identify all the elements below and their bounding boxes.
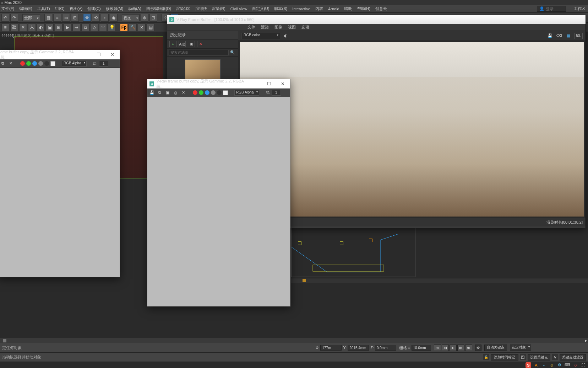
time-marker[interactable]	[303, 279, 306, 282]
copy1-max-btn[interactable]: ☐	[93, 52, 104, 57]
menu-create[interactable]: 创建(C)	[87, 6, 100, 11]
copy1-alpha-dd[interactable]: RGB Alpha	[62, 61, 87, 66]
tray-kb-icon[interactable]: ⌨	[565, 362, 570, 368]
menu-view[interactable]: 视图(V)	[70, 6, 83, 11]
tray-smile-icon[interactable]: ☺	[549, 362, 555, 368]
menu-tools[interactable]: 工具(T)	[37, 6, 50, 11]
move-btn[interactable]: ✥	[83, 14, 91, 22]
filter-dropdown[interactable]: 全部	[22, 14, 40, 21]
copy1-dup-icon[interactable]: ⧉	[0, 61, 6, 66]
play-btn[interactable]: ▶	[450, 345, 457, 351]
vfb-menu-view[interactable]: 视图	[288, 25, 296, 30]
hist-save-btn[interactable]: ▣	[188, 41, 195, 47]
path-btn[interactable]: 〰	[99, 23, 107, 31]
filter-icon[interactable]: ⚲	[552, 354, 558, 360]
channel-dropdown[interactable]: RGB color	[241, 33, 280, 39]
menu-render[interactable]: 渲染(R)	[212, 6, 225, 11]
select-btn[interactable]: ▦	[44, 14, 52, 22]
align-btn[interactable]: ▣	[46, 23, 54, 31]
wrench-icon[interactable]: ✕	[138, 23, 146, 31]
attach-btn[interactable]: ◇	[90, 23, 98, 31]
login-input[interactable]	[546, 7, 564, 11]
tray-shield-icon[interactable]: 🛡	[572, 362, 578, 368]
spacing-btn[interactable]: ⇥	[72, 23, 80, 31]
copy1-layer-val[interactable]: 1	[99, 61, 108, 66]
select-name-btn[interactable]: ≡	[53, 14, 61, 22]
fp-btn[interactable]: Fp	[120, 23, 128, 31]
copy2-render[interactable]	[147, 97, 290, 306]
copy2-close-btn[interactable]: ✕	[277, 81, 288, 86]
undo-btn[interactable]: ↶	[1, 14, 9, 22]
list-icon[interactable]: ≡	[1, 23, 9, 31]
menu-rfast[interactable]: 渲得快	[195, 6, 207, 11]
snapshot-btn[interactable]: ▶	[64, 23, 71, 31]
z-input[interactable]	[375, 345, 396, 351]
lock-icon[interactable]: 🔒	[483, 354, 489, 360]
unlink-btn[interactable]: ✕	[19, 23, 27, 31]
key-filter-btn[interactable]: 关键点过滤器	[560, 354, 586, 361]
bottom-viewport[interactable]	[291, 225, 415, 277]
menu-custom[interactable]: 自定义(U)	[252, 6, 269, 11]
hist-ab-btn[interactable]: A|B	[179, 41, 186, 47]
copy1-close-btn[interactable]: ✕	[107, 52, 118, 57]
menu-creative[interactable]: 创意云	[375, 6, 387, 11]
sogou-ime-icon[interactable]: S	[526, 362, 531, 368]
nav-plus-btn[interactable]: ✥	[475, 345, 481, 351]
ik-btn[interactable]: 人	[28, 23, 36, 31]
vfb-render-view[interactable]	[240, 42, 584, 217]
array-btn[interactable]: ⊞	[55, 23, 62, 31]
copy1-blue-ch[interactable]	[32, 61, 37, 66]
copy1-red-ch[interactable]	[20, 61, 25, 66]
vfb-menu-render[interactable]: 渲染	[261, 25, 269, 30]
search-icon[interactable]: 🔍	[229, 50, 236, 55]
link-btn[interactable]: ⛓	[10, 23, 18, 31]
notes-icon[interactable]: ▤	[147, 23, 154, 31]
light-btn[interactable]: 💡	[108, 23, 116, 31]
copy1-green-ch[interactable]	[26, 61, 31, 66]
autokey-btn[interactable]: 自动关键点	[484, 345, 507, 351]
menu-file[interactable]: 文件(F)	[1, 6, 14, 11]
scale-btn[interactable]: ▫	[101, 14, 109, 22]
y-input[interactable]	[348, 345, 369, 351]
copy2-max-btn[interactable]: ☐	[264, 81, 274, 86]
hammer-icon[interactable]: 🔨	[129, 23, 137, 31]
x-input[interactable]	[320, 345, 342, 351]
save-icon[interactable]: 💾	[546, 33, 554, 39]
time-track[interactable]	[291, 278, 588, 283]
menu-modifier[interactable]: 修改器(M)	[106, 6, 124, 11]
grid-input[interactable]	[412, 345, 431, 351]
key-icon[interactable]: ⚿	[520, 354, 526, 360]
menu-script[interactable]: 脚本(S)	[274, 6, 287, 11]
menu-arnold[interactable]: Arnold	[328, 7, 339, 11]
copy2-mono-swatch[interactable]	[223, 90, 228, 95]
prev-frame-btn[interactable]: ◂▮	[442, 345, 449, 351]
copy1-mono-swatch[interactable]	[50, 61, 55, 66]
copy2-close-icon[interactable]: ✕	[180, 90, 186, 96]
copy2-save-icon[interactable]: 💾	[149, 90, 155, 96]
menu-anim[interactable]: 动画(A)	[128, 6, 141, 11]
menu-civil[interactable]: Civil View	[230, 7, 247, 11]
add-time-label[interactable]: 添加时间标记	[491, 354, 518, 361]
sel-obj-dropdown[interactable]: 选定对象	[510, 345, 531, 351]
hist-add-btn[interactable]: +	[169, 41, 176, 47]
ref-dropdown[interactable]: 视图	[122, 14, 140, 21]
tray-expand-icon[interactable]: ⛶	[580, 362, 586, 368]
scroll-right-icon[interactable]: ▶	[585, 339, 587, 342]
copy2-layer-val[interactable]: 1	[272, 90, 281, 96]
copy2-grey-ch[interactable]	[211, 90, 216, 95]
copy1-grey-ch[interactable]	[38, 61, 43, 66]
copy1-alpha-ch[interactable]	[44, 61, 49, 66]
tray-dot1-icon[interactable]: •	[541, 362, 547, 368]
vfb-menu-options[interactable]: 选项	[301, 25, 309, 30]
h-scrollbar[interactable]: ▶	[0, 338, 588, 343]
next-frame-btn[interactable]: ▮▸	[457, 345, 464, 351]
clone-btn[interactable]: ⧉	[81, 23, 89, 31]
copy1-close-icon[interactable]: ✕	[7, 61, 14, 66]
copy1-render[interactable]	[0, 68, 120, 277]
copy2-titlebar[interactable]: 3 V-Ray frame buffer copy, 显示 Gamma: 2.2…	[147, 79, 290, 89]
goto-start-btn[interactable]: ⏮	[434, 345, 441, 351]
copy2-alpha-dd[interactable]: RGB Alpha	[234, 90, 259, 96]
select-rect-btn[interactable]: ▭	[62, 14, 70, 22]
copy2-min-btn[interactable]: —	[250, 81, 261, 86]
copy1-min-btn[interactable]: —	[80, 52, 91, 57]
